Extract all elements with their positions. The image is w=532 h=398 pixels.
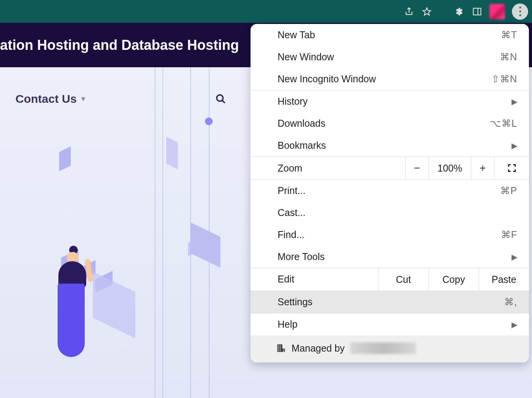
banner-title: ation Hosting and Database Hosting <box>0 37 239 53</box>
fullscreen-button[interactable] <box>494 157 529 179</box>
managed-by-value <box>350 342 416 354</box>
extensions-icon[interactable] <box>454 6 465 17</box>
chrome-menu: New Tab ⌘T New Window ⌘N New Incognito W… <box>251 24 529 362</box>
menu-find[interactable]: Find... ⌘F <box>251 224 529 246</box>
profile-avatar[interactable] <box>489 4 505 19</box>
menu-downloads[interactable]: Downloads ⌥⌘L <box>251 112 529 134</box>
bookmark-star-icon[interactable] <box>421 6 432 17</box>
svg-point-2 <box>217 95 223 101</box>
submenu-arrow-icon: ▶ <box>512 141 517 150</box>
menu-more-tools[interactable]: More Tools ▶ <box>251 246 529 268</box>
menu-help[interactable]: Help ▶ <box>251 313 529 335</box>
svg-line-3 <box>222 100 225 103</box>
menu-history[interactable]: History ▶ <box>251 90 529 112</box>
submenu-arrow-icon: ▶ <box>512 320 517 329</box>
menu-edit-row: Edit Cut Copy Paste <box>251 268 529 291</box>
menu-bookmarks[interactable]: Bookmarks ▶ <box>251 134 529 156</box>
menu-new-window[interactable]: New Window ⌘N <box>251 46 529 68</box>
node-dot <box>205 117 213 125</box>
menu-new-tab[interactable]: New Tab ⌘T <box>251 24 529 46</box>
edit-label: Edit <box>251 268 378 291</box>
menu-new-incognito[interactable]: New Incognito Window ⇧⌘N <box>251 68 529 90</box>
nav-contact[interactable]: Contact Us ▼ <box>15 92 87 105</box>
building-icon <box>276 343 286 353</box>
edit-paste[interactable]: Paste <box>479 268 529 291</box>
menu-settings[interactable]: Settings ⌘, <box>251 291 529 313</box>
edit-cut[interactable]: Cut <box>378 268 428 291</box>
menu-managed-by: Managed by <box>251 335 529 362</box>
share-icon[interactable] <box>404 6 414 17</box>
menu-button[interactable] <box>512 3 528 20</box>
menu-cast[interactable]: Cast... <box>251 202 529 224</box>
nav-contact-label: Contact Us <box>15 92 77 105</box>
menu-print[interactable]: Print... ⌘P <box>251 180 529 202</box>
menu-zoom-row: Zoom − 100% + <box>251 156 529 180</box>
browser-toolbar <box>0 0 532 23</box>
zoom-in-button[interactable]: + <box>471 157 494 179</box>
zoom-out-button[interactable]: − <box>405 157 428 179</box>
search-icon[interactable] <box>215 94 226 106</box>
managed-by-label: Managed by <box>292 343 345 354</box>
sidepanel-icon[interactable] <box>472 6 483 17</box>
svg-rect-0 <box>473 8 481 15</box>
submenu-arrow-icon: ▶ <box>512 97 517 106</box>
zoom-label: Zoom <box>251 157 405 179</box>
edit-copy[interactable]: Copy <box>428 268 479 291</box>
submenu-arrow-icon: ▶ <box>512 252 517 262</box>
chevron-down-icon: ▼ <box>80 95 87 103</box>
zoom-value: 100% <box>428 157 471 179</box>
